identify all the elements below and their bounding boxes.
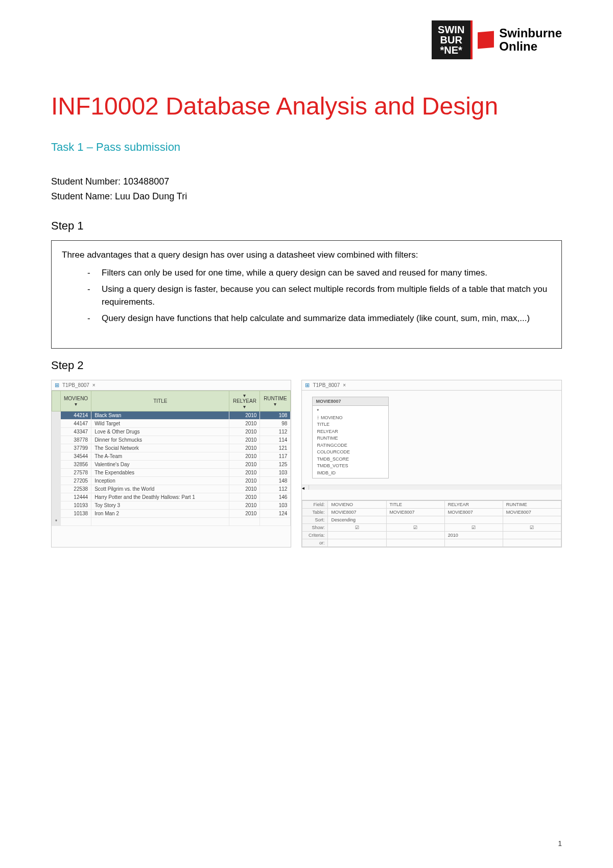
- cell-runtime[interactable]: 112: [260, 428, 291, 436]
- cell-relyear[interactable]: 2010: [229, 444, 260, 452]
- cell-relyear[interactable]: 2010: [229, 428, 260, 436]
- cell-runtime[interactable]: 148: [260, 477, 291, 485]
- row-selector[interactable]: [52, 420, 61, 428]
- cell-runtime[interactable]: 125: [260, 461, 291, 469]
- grid-cell-field[interactable]: RELYEAR: [444, 501, 503, 509]
- grid-cell-or[interactable]: [386, 539, 444, 547]
- table-row[interactable]: 10193Toy Story 32010103: [52, 501, 291, 510]
- cell-relyear[interactable]: 2010: [229, 436, 260, 444]
- cell-movieno[interactable]: 27205: [60, 477, 91, 485]
- grid-cell-criteria[interactable]: 2010: [444, 532, 503, 539]
- cell-runtime[interactable]: 103: [260, 469, 291, 477]
- row-selector[interactable]: [52, 436, 61, 444]
- cell-runtime[interactable]: 146: [260, 493, 291, 501]
- cell-title[interactable]: Love & Other Drugs: [91, 428, 229, 436]
- column-header-title[interactable]: TITLE: [91, 391, 229, 412]
- field-list-item[interactable]: IMDB_ID: [317, 470, 384, 477]
- row-selector[interactable]: [52, 452, 61, 461]
- field-list-item[interactable]: TMDB_SCORE: [317, 456, 384, 463]
- field-list-item[interactable]: COLOURCODE: [317, 449, 384, 456]
- cell-movieno[interactable]: 43347: [60, 428, 91, 436]
- cell-relyear[interactable]: 2010: [229, 469, 260, 477]
- grid-cell-show[interactable]: ☑: [386, 524, 444, 532]
- row-selector[interactable]: [52, 444, 61, 452]
- row-selector[interactable]: [52, 469, 61, 477]
- cell-movieno[interactable]: 34544: [60, 452, 91, 461]
- grid-cell-sort[interactable]: [503, 516, 561, 524]
- new-record-row[interactable]: *: [52, 518, 291, 526]
- cell-runtime[interactable]: 114: [260, 436, 291, 444]
- grid-cell-sort[interactable]: [444, 516, 503, 524]
- grid-cell-criteria[interactable]: [328, 532, 386, 539]
- table-row[interactable]: 32856Valentine's Day2010125: [52, 461, 291, 469]
- field-list-item[interactable]: ᛓ MOVIENO: [317, 415, 384, 422]
- cell-runtime[interactable]: 108: [260, 412, 291, 420]
- grid-cell-criteria[interactable]: [503, 532, 561, 539]
- cell-title[interactable]: Scott Pilgrim vs. the World: [91, 485, 229, 493]
- row-selector[interactable]: [52, 412, 61, 420]
- grid-cell-table[interactable]: MOVIE8007: [328, 509, 386, 516]
- table-row[interactable]: 44147Wild Target201098: [52, 420, 291, 428]
- cell-title[interactable]: Dinner for Schmucks: [91, 436, 229, 444]
- field-list-item[interactable]: TMDB_VOTES: [317, 463, 384, 470]
- grid-cell-show[interactable]: ☑: [503, 524, 561, 532]
- close-icon[interactable]: ×: [92, 382, 96, 388]
- table-row[interactable]: 38778Dinner for Schmucks2010114: [52, 436, 291, 444]
- cell-title[interactable]: Iron Man 2: [91, 510, 229, 518]
- cell-title[interactable]: Black Swan: [91, 412, 229, 420]
- cell-runtime[interactable]: 121: [260, 444, 291, 452]
- field-list-item[interactable]: RELYEAR: [317, 428, 384, 436]
- query-tab[interactable]: ⊞ T1PB_8007 ×: [52, 380, 291, 391]
- cell-title[interactable]: Valentine's Day: [91, 461, 229, 469]
- grid-cell-field[interactable]: MOVIENO: [328, 501, 386, 509]
- dropdown-icon[interactable]: ▾: [75, 401, 77, 407]
- row-selector[interactable]: [52, 501, 61, 510]
- field-list-item[interactable]: RUNTIME: [317, 435, 384, 442]
- cell-runtime[interactable]: 117: [260, 452, 291, 461]
- cell-title[interactable]: Wild Target: [91, 420, 229, 428]
- cell-runtime[interactable]: 98: [260, 420, 291, 428]
- cell-relyear[interactable]: 2010: [229, 493, 260, 501]
- cell-movieno[interactable]: 12444: [60, 493, 91, 501]
- grid-cell-table[interactable]: MOVIE8007: [386, 509, 444, 516]
- cell-relyear[interactable]: 2010: [229, 461, 260, 469]
- cell-runtime[interactable]: 124: [260, 510, 291, 518]
- close-icon[interactable]: ×: [343, 382, 346, 388]
- grid-cell-or[interactable]: [503, 539, 561, 547]
- grid-cell-show[interactable]: ☑: [328, 524, 386, 532]
- row-selector[interactable]: [52, 461, 61, 469]
- row-selector[interactable]: [52, 477, 61, 485]
- cell-movieno[interactable]: 22538: [60, 485, 91, 493]
- table-row[interactable]: 27578The Expendables2010103: [52, 469, 291, 477]
- field-list-item[interactable]: RATINGCODE: [317, 442, 384, 449]
- table-field-list[interactable]: MOVIE8007 *ᛓ MOVIENOTITLERELYEARRUNTIMER…: [312, 397, 389, 478]
- field-list-item[interactable]: *: [317, 407, 384, 415]
- table-row[interactable]: 37799The Social Network2010121: [52, 444, 291, 452]
- grid-cell-sort[interactable]: [386, 516, 444, 524]
- cell-relyear[interactable]: 2010: [229, 510, 260, 518]
- column-header-movieno[interactable]: MOVIENO ▾: [60, 391, 91, 412]
- cell-movieno[interactable]: 44147: [60, 420, 91, 428]
- field-list-item[interactable]: TITLE: [317, 421, 384, 428]
- cell-relyear[interactable]: 2010: [229, 501, 260, 510]
- query-design-grid[interactable]: Field: MOVIENO TITLE RELYEAR RUNTIME Tab…: [302, 500, 561, 547]
- row-selector[interactable]: [52, 493, 61, 501]
- table-row[interactable]: 43347Love & Other Drugs2010112: [52, 428, 291, 436]
- cell-relyear[interactable]: 2010: [229, 452, 260, 461]
- cell-runtime[interactable]: 112: [260, 485, 291, 493]
- grid-cell-or[interactable]: [328, 539, 386, 547]
- grid-cell-sort[interactable]: Descending: [328, 516, 386, 524]
- datasheet-table[interactable]: MOVIENO ▾ TITLE ▾ RELYEAR ▾ RUNTIME ▾ 44…: [52, 391, 291, 526]
- grid-cell-criteria[interactable]: [386, 532, 444, 539]
- cell-runtime[interactable]: 103: [260, 501, 291, 510]
- cell-title[interactable]: Harry Potter and the Deathly Hallows: Pa…: [91, 493, 229, 501]
- grid-cell-field[interactable]: RUNTIME: [503, 501, 561, 509]
- cell-title[interactable]: The A-Team: [91, 452, 229, 461]
- query-tab[interactable]: ⊞ T1PB_8007 ×: [302, 380, 561, 391]
- table-row[interactable]: 27205Inception2010148: [52, 477, 291, 485]
- table-row[interactable]: 44214Black Swan2010108: [52, 412, 291, 420]
- grid-cell-table[interactable]: MOVIE8007: [444, 509, 503, 516]
- cell-relyear[interactable]: 2010: [229, 412, 260, 420]
- row-selector[interactable]: [52, 428, 61, 436]
- cell-movieno[interactable]: 10138: [60, 510, 91, 518]
